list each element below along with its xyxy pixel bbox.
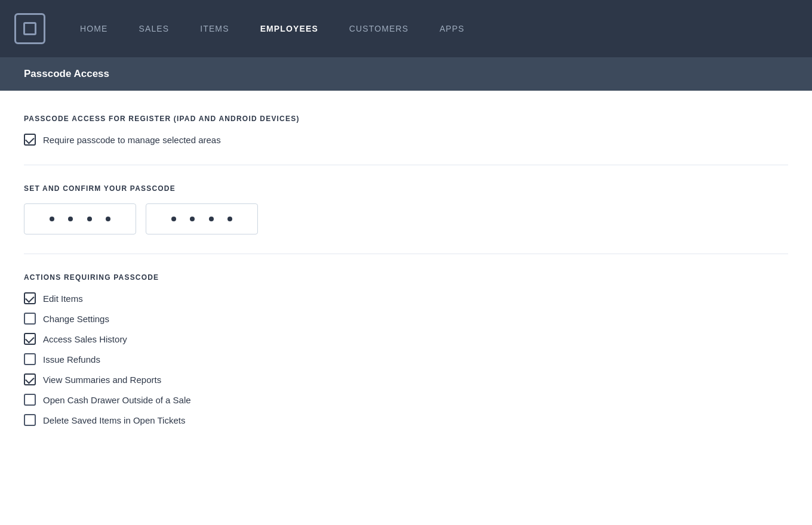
action-issue-refunds-checkbox[interactable]	[24, 353, 36, 365]
require-passcode-checkbox[interactable]	[24, 134, 36, 146]
action-issue-refunds-label: Issue Refunds	[43, 354, 100, 365]
action-open-cash-drawer-checkbox[interactable]	[24, 394, 36, 406]
set-passcode-title: SET AND CONFIRM YOUR PASSCODE	[24, 184, 788, 193]
passcode-access-section: PASSCODE ACCESS FOR REGISTER (IPAD AND A…	[24, 115, 788, 146]
action-access-sales-row: Access Sales History	[24, 333, 788, 345]
divider-1	[24, 165, 788, 165]
action-edit-items-checkbox[interactable]	[24, 292, 36, 304]
nav-item-employees[interactable]: EMPLOYEES	[245, 0, 334, 57]
action-edit-items-label: Edit Items	[43, 294, 83, 304]
action-change-settings-checkbox[interactable]	[24, 313, 36, 325]
action-view-summaries-checkbox[interactable]	[24, 373, 36, 385]
main-content: PASSCODE ACCESS FOR REGISTER (IPAD AND A…	[0, 91, 812, 525]
nav-item-customers[interactable]: CUSTOMERS	[334, 0, 424, 57]
nav-items: HOME SALES ITEMS EMPLOYEES CUSTOMERS APP…	[64, 0, 480, 57]
action-open-cash-drawer-label: Open Cash Drawer Outside of a Sale	[43, 395, 191, 405]
require-passcode-label: Require passcode to manage selected area…	[43, 135, 221, 145]
passcode-dot	[106, 217, 110, 221]
nav-item-apps[interactable]: APPS	[424, 0, 480, 57]
page-title: Passcode Access	[24, 68, 109, 80]
action-view-summaries-label: View Summaries and Reports	[43, 375, 161, 385]
logo[interactable]	[14, 13, 45, 44]
set-passcode-section: SET AND CONFIRM YOUR PASSCODE	[24, 184, 788, 234]
require-passcode-row: Require passcode to manage selected area…	[24, 134, 788, 146]
action-delete-saved-items-checkbox[interactable]	[24, 414, 36, 426]
passcode-field-1[interactable]	[24, 203, 136, 234]
action-access-sales-checkbox[interactable]	[24, 333, 36, 345]
nav-item-sales[interactable]: SALES	[123, 0, 184, 57]
action-issue-refunds-row: Issue Refunds	[24, 353, 788, 365]
passcode-section-title: PASSCODE ACCESS FOR REGISTER (IPAD AND A…	[24, 115, 788, 123]
nav-item-items[interactable]: ITEMS	[184, 0, 244, 57]
passcode-dot	[209, 217, 214, 221]
actions-section: ACTIONS REQUIRING PASSCODE Edit Items Ch…	[24, 273, 788, 426]
navbar: HOME SALES ITEMS EMPLOYEES CUSTOMERS APP…	[0, 0, 812, 57]
passcode-dot	[87, 217, 92, 221]
action-open-cash-drawer-row: Open Cash Drawer Outside of a Sale	[24, 394, 788, 406]
passcode-field-2[interactable]	[146, 203, 258, 234]
logo-icon	[23, 22, 36, 35]
passcode-dot	[227, 217, 232, 221]
action-delete-saved-items-label: Delete Saved Items in Open Tickets	[43, 415, 185, 425]
action-delete-saved-items-row: Delete Saved Items in Open Tickets	[24, 414, 788, 426]
passcode-fields	[24, 203, 788, 234]
passcode-dot	[190, 217, 195, 221]
nav-item-home[interactable]: HOME	[64, 0, 123, 57]
action-change-settings-label: Change Settings	[43, 314, 109, 324]
passcode-dot	[68, 217, 73, 221]
action-view-summaries-row: View Summaries and Reports	[24, 373, 788, 385]
divider-2	[24, 254, 788, 254]
action-change-settings-row: Change Settings	[24, 313, 788, 325]
action-access-sales-label: Access Sales History	[43, 334, 127, 344]
passcode-dot	[50, 217, 54, 221]
action-edit-items-row: Edit Items	[24, 292, 788, 304]
passcode-dot	[171, 217, 176, 221]
subheader: Passcode Access	[0, 57, 812, 91]
actions-section-title: ACTIONS REQUIRING PASSCODE	[24, 273, 788, 282]
